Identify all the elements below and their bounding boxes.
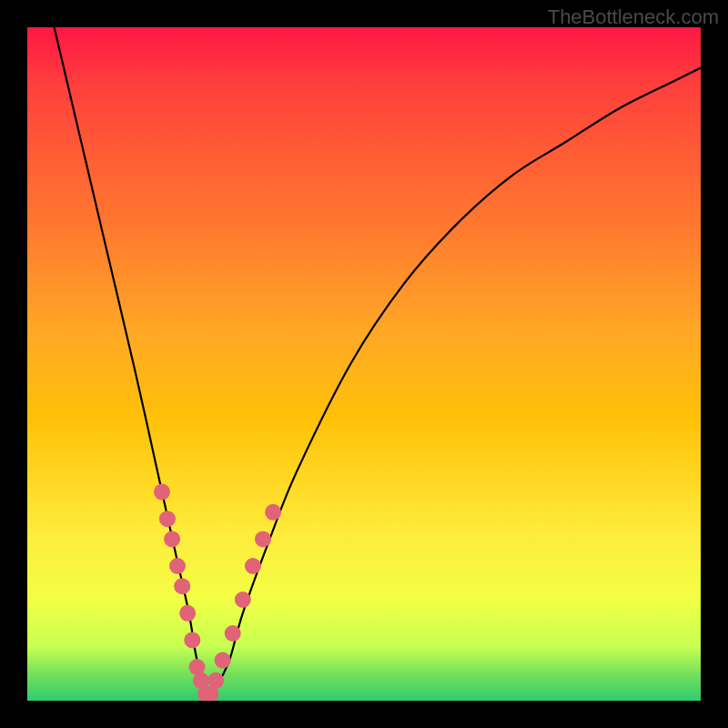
marker-point <box>255 531 271 547</box>
watermark-text: TheBottleneck.com <box>548 5 719 29</box>
marker-point <box>154 484 170 500</box>
marker-point <box>215 652 231 669</box>
marker-point <box>193 672 209 689</box>
marker-point <box>207 672 224 689</box>
plot-area <box>27 27 701 701</box>
marker-point <box>202 686 218 701</box>
bottleneck-curve <box>55 27 701 694</box>
marker-point <box>265 504 281 521</box>
chart-container: TheBottleneck.com <box>0 0 728 728</box>
marker-point <box>169 558 186 574</box>
marker-point <box>225 625 241 642</box>
marker-point <box>184 632 200 648</box>
marker-point <box>197 686 214 701</box>
marker-point <box>179 605 196 622</box>
marker-point <box>188 659 205 675</box>
marker-point <box>235 592 251 608</box>
marker-point <box>159 511 176 527</box>
marker-point <box>164 531 180 547</box>
curve-svg <box>27 27 701 701</box>
marker-group <box>154 484 281 701</box>
marker-point <box>245 558 261 574</box>
marker-point <box>174 578 190 594</box>
